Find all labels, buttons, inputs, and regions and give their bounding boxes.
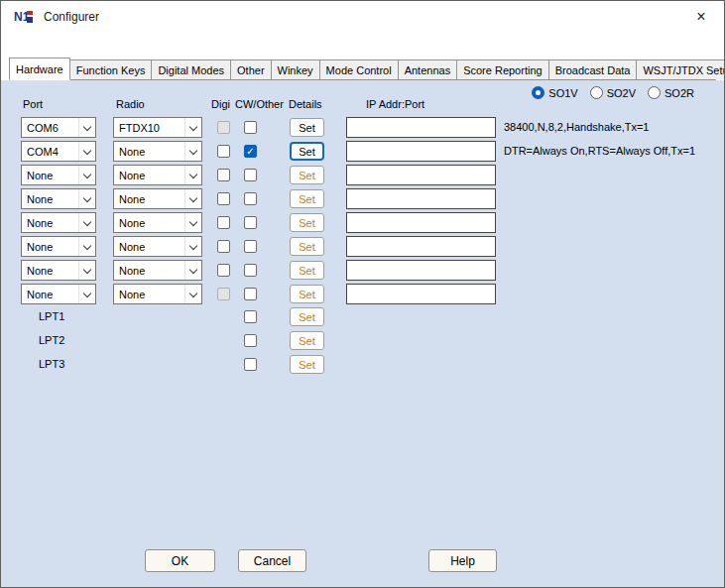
so1v-label: SO1V: [548, 87, 577, 99]
tab-mode-control[interactable]: Mode Control: [319, 59, 399, 79]
close-button[interactable]: ×: [678, 1, 724, 33]
port-select[interactable]: COM4: [21, 141, 96, 162]
set-button[interactable]: Set: [290, 118, 324, 137]
tab-hardware[interactable]: Hardware: [9, 58, 70, 80]
port-select[interactable]: None: [21, 165, 96, 185]
port-status-text: 38400,N,8,2,Handshake,Tx=1: [504, 117, 649, 138]
radio-selected-icon: [532, 86, 544, 99]
so2r-radio[interactable]: SO2R: [648, 86, 694, 99]
column-header-cw-other: CW/Other: [235, 98, 284, 110]
digi-checkbox[interactable]: [217, 121, 230, 134]
digi-checkbox[interactable]: [217, 145, 230, 158]
cw-other-checkbox[interactable]: [244, 240, 257, 253]
set-button: Set: [290, 261, 324, 280]
cw-other-checkbox[interactable]: [244, 169, 257, 181]
set-button: Set: [290, 285, 324, 303]
digi-checkbox[interactable]: [217, 216, 230, 229]
cw-other-checkbox[interactable]: [244, 264, 257, 277]
set-button[interactable]: Set: [290, 142, 324, 161]
cw-other-checkbox[interactable]: [244, 288, 257, 300]
cw-other-checkbox[interactable]: [244, 192, 257, 205]
lpt-row: LPT2 Set: [1, 330, 724, 352]
radio-select[interactable]: None: [113, 188, 202, 209]
cw-other-checkbox[interactable]: [244, 145, 257, 158]
lpt-checkbox[interactable]: [244, 358, 257, 371]
radio-select[interactable]: None: [113, 236, 202, 257]
column-header-radio: Radio: [116, 98, 145, 110]
tab-digital-modes[interactable]: Digital Modes: [151, 59, 231, 79]
tab-wsjt-jtdx-setup[interactable]: WSJT/JTDX Setup: [636, 59, 725, 79]
window-title: Configurer: [44, 10, 99, 24]
radio-select[interactable]: None: [113, 141, 202, 162]
chevron-down-icon: [184, 142, 201, 161]
tab-other[interactable]: Other: [230, 59, 272, 79]
ip-addr-port-input[interactable]: [346, 260, 496, 281]
lpt-label: LPT1: [39, 306, 64, 327]
port-config-row: None None Set: [1, 188, 724, 210]
cw-other-checkbox[interactable]: [244, 121, 257, 134]
tab-strip: Hardware Function Keys Digital Modes Oth…: [9, 58, 716, 80]
chevron-down-icon: [78, 285, 95, 303]
ip-addr-port-input[interactable]: [346, 236, 496, 257]
port-config-row: None None Set: [1, 284, 724, 305]
so2v-radio[interactable]: SO2V: [590, 86, 636, 99]
radio-select[interactable]: None: [113, 260, 202, 281]
port-select[interactable]: None: [21, 284, 96, 304]
ip-addr-port-input[interactable]: [346, 212, 496, 233]
digi-checkbox[interactable]: [217, 192, 230, 205]
tab-antennas[interactable]: Antennas: [398, 59, 457, 79]
chevron-down-icon: [184, 118, 201, 137]
n1mm-app-icon: N1: [14, 9, 34, 25]
radio-select[interactable]: None: [113, 212, 202, 233]
help-button[interactable]: Help: [428, 549, 497, 572]
cancel-button[interactable]: Cancel: [238, 549, 306, 572]
digi-checkbox[interactable]: [217, 264, 230, 277]
port-config-row: None None Set: [1, 260, 724, 282]
so1v-radio[interactable]: SO1V: [532, 86, 577, 99]
configurer-window: N1 Configurer × Hardware Function Keys D…: [0, 0, 725, 588]
so2r-label: SO2R: [665, 87, 694, 99]
lpt-row: LPT1 Set: [1, 306, 724, 328]
radio-select-value: None: [114, 217, 184, 229]
port-select[interactable]: None: [21, 188, 96, 209]
title-bar: N1 Configurer ×: [1, 1, 724, 33]
set-button: Set: [290, 355, 324, 374]
radio-select[interactable]: None: [113, 165, 202, 185]
digi-checkbox[interactable]: [217, 169, 230, 181]
port-select[interactable]: COM6: [21, 117, 96, 138]
lpt-checkbox[interactable]: [244, 310, 257, 323]
chevron-down-icon: [78, 118, 95, 137]
tab-winkey[interactable]: Winkey: [271, 59, 320, 79]
digi-checkbox[interactable]: [217, 288, 230, 300]
cw-other-checkbox[interactable]: [244, 216, 257, 229]
tab-score-reporting[interactable]: Score Reporting: [456, 59, 549, 79]
ip-addr-port-input[interactable]: [346, 141, 496, 162]
chevron-down-icon: [184, 166, 201, 184]
lpt-label: LPT3: [39, 354, 64, 375]
radio-unselected-icon: [648, 86, 661, 99]
radio-select[interactable]: FTDX10: [113, 117, 202, 138]
chevron-down-icon: [78, 142, 95, 161]
radio-select[interactable]: None: [113, 284, 202, 304]
chevron-down-icon: [78, 237, 95, 256]
ip-addr-port-input[interactable]: [346, 188, 496, 209]
chevron-down-icon: [184, 261, 201, 280]
ip-addr-port-input[interactable]: [346, 165, 496, 185]
operating-mode-group: SO1V SO2V SO2R: [532, 86, 694, 99]
radio-select-value: None: [114, 193, 184, 205]
port-config-row: None None Set: [1, 165, 724, 186]
ip-addr-port-input[interactable]: [346, 117, 496, 138]
tab-function-keys[interactable]: Function Keys: [69, 59, 153, 79]
ip-addr-port-input[interactable]: [346, 284, 496, 304]
column-header-port: Port: [23, 98, 43, 110]
digi-checkbox[interactable]: [217, 240, 230, 253]
port-select[interactable]: None: [21, 212, 96, 233]
port-select[interactable]: None: [21, 260, 96, 281]
radio-select-value: None: [114, 241, 184, 253]
port-select[interactable]: None: [21, 236, 96, 257]
chevron-down-icon: [78, 213, 95, 232]
lpt-checkbox[interactable]: [244, 334, 257, 347]
ok-button[interactable]: OK: [145, 549, 215, 572]
radio-select-value: None: [114, 289, 184, 300]
tab-broadcast-data[interactable]: Broadcast Data: [548, 59, 638, 79]
